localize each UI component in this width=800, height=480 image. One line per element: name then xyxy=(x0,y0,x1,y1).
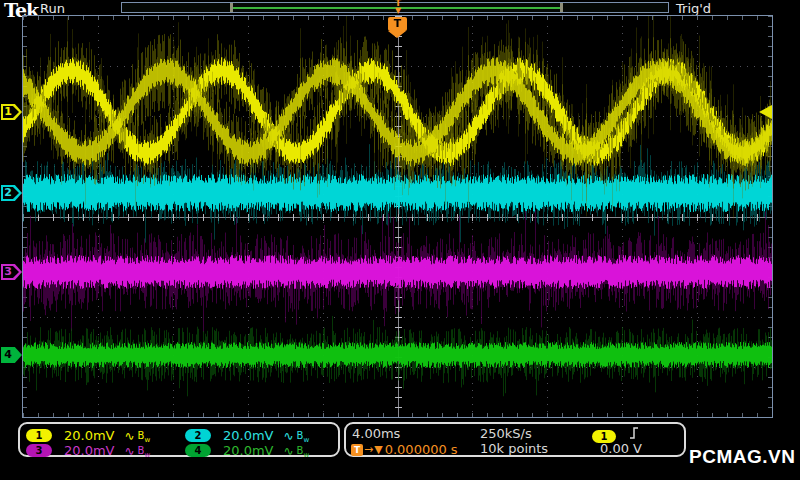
trigger-position-flag[interactable]: T xyxy=(388,17,407,38)
record-view-trigger-marker[interactable]: T ▼ xyxy=(391,0,405,15)
channel-1-readout: 120.0mV∿Bw xyxy=(26,425,150,440)
trigger-position-value: 0.000000 s xyxy=(385,442,458,457)
trigger-t-icon: T xyxy=(351,444,363,456)
channel-3-badge[interactable]: 3 xyxy=(26,444,52,457)
channel-3-marker-number: 3 xyxy=(1,265,15,278)
channel-4-readout: 420.0mV∿Bw xyxy=(185,440,309,455)
watermark: PCMAG.VN xyxy=(689,446,795,468)
trigger-flag-pointer-icon xyxy=(388,31,406,38)
channel-3-readout: 320.0mV∿Bw xyxy=(26,440,150,455)
record-view-right-bracket xyxy=(560,3,563,12)
trigger-status: Trig'd xyxy=(676,1,711,16)
trigger-right-arrow-icon: → xyxy=(364,443,373,456)
trigger-level-value: 0.00 V xyxy=(600,441,642,456)
trigger-position-readout: T→▼0.000000 s xyxy=(351,441,458,457)
waveform-canvas xyxy=(23,16,772,417)
oscilloscope-screen: Tek Run T ▼ Trig'd T 1 2 3 4 120.0mV∿Bw xyxy=(0,0,800,480)
horizontal-trigger-readout-box: 4.00ms 250kS/s 1 T→▼0.000000 s 10k point… xyxy=(344,422,686,457)
channel-readout-box: 120.0mV∿Bw 220.0mV∿Bw 320.0mV∿Bw 420.0mV… xyxy=(18,422,340,457)
channel-3-scale: 20.0mV xyxy=(64,443,115,458)
acquisition-status: Run xyxy=(40,1,65,16)
channel-3-bandwidth-sub: w xyxy=(144,451,150,459)
channel-4-bandwidth-sub: w xyxy=(303,451,309,459)
graticule-frame xyxy=(22,15,773,418)
trigger-down-arrow-icon: ▼ xyxy=(374,443,382,456)
channel-2-marker-number: 2 xyxy=(1,186,15,199)
trigger-slope-icon xyxy=(628,426,640,440)
channel-4-marker-number: 4 xyxy=(1,348,15,361)
channel-1-position-marker[interactable]: 1 xyxy=(1,104,22,120)
record-view-trigger-arrow-icon: ▼ xyxy=(391,7,405,14)
trigger-level-arrow[interactable] xyxy=(759,105,772,119)
channel-4-scale: 20.0mV xyxy=(223,443,274,458)
channel-3-coupling-icon: ∿ xyxy=(125,444,135,458)
channel-4-badge[interactable]: 4 xyxy=(185,444,211,457)
trigger-source: 1 xyxy=(592,426,616,441)
channel-3-position-marker[interactable]: 3 xyxy=(1,264,22,280)
sample-rate: 250kS/s xyxy=(480,426,532,441)
channel-2-position-marker[interactable]: 2 xyxy=(1,185,22,201)
channel-4-coupling-icon: ∿ xyxy=(284,444,294,458)
channel-4-position-marker[interactable]: 4 xyxy=(1,347,22,363)
channel-2-readout: 220.0mV∿Bw xyxy=(185,425,309,440)
timebase-scale: 4.00ms xyxy=(352,426,400,441)
record-length: 10k points xyxy=(480,441,548,456)
channel-1-marker-number: 1 xyxy=(1,105,15,118)
trigger-flag-label: T xyxy=(388,17,407,31)
